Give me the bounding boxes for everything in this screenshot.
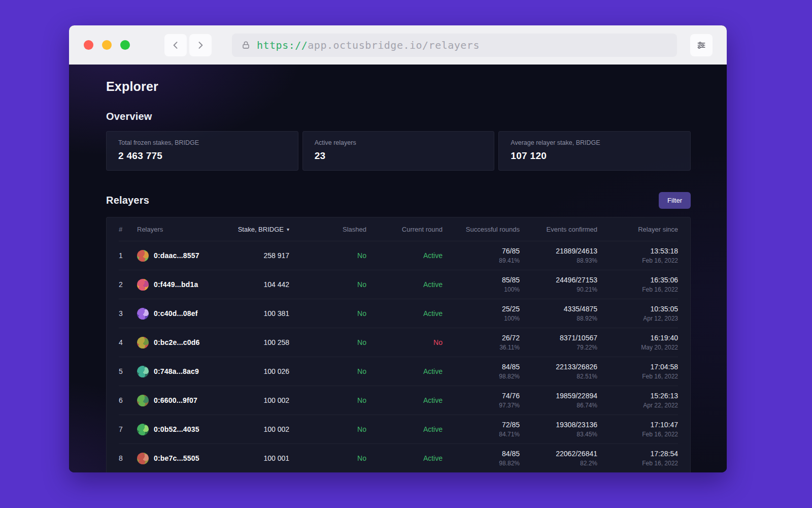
relayer-avatar xyxy=(137,395,149,406)
slashed-value: No xyxy=(357,396,366,404)
slashed-cell: No xyxy=(289,309,366,318)
relayer-since-cell: 15:26:13 Apr 22, 2022 xyxy=(597,392,678,409)
events-confirmed-cell: 22062/26841 82.2% xyxy=(520,450,597,467)
url-scheme: https:// xyxy=(257,39,308,51)
successful-rounds-value: 85/85 xyxy=(443,276,520,284)
successful-rounds-percent: 98.82% xyxy=(443,460,520,467)
relayer-address[interactable]: 0:748a...8ac9 xyxy=(154,367,199,375)
relayer-address[interactable]: 0:c40d...08ef xyxy=(154,309,198,318)
slashed-value: No xyxy=(357,367,366,375)
slashed-cell: No xyxy=(289,367,366,376)
relayer-avatar xyxy=(137,250,149,262)
row-index: 2 xyxy=(119,280,137,289)
relayer-cell[interactable]: 0:f449...bd1a xyxy=(137,279,228,291)
events-confirmed-value: 19308/23136 xyxy=(520,421,597,429)
column-header-relayers: Relayers xyxy=(137,226,228,233)
relayer-since-date: Feb 16, 2022 xyxy=(597,373,678,380)
table-row[interactable]: 8 0:be7c...5505 100 001 No Active 84/85 … xyxy=(119,443,678,472)
column-header-successful-rounds: Successful rounds xyxy=(443,226,520,233)
relayer-address[interactable]: 0:bc2e...c0d6 xyxy=(154,338,200,346)
relayer-address[interactable]: 0:f449...bd1a xyxy=(154,280,198,289)
successful-rounds-percent: 98.82% xyxy=(443,373,520,380)
relayer-avatar xyxy=(137,279,149,291)
url-bar[interactable]: https://app.octusbridge.io/relayers xyxy=(232,34,677,57)
relayer-address[interactable]: 0:be7c...5505 xyxy=(154,454,199,462)
successful-rounds-cell: 74/76 97.37% xyxy=(443,392,520,409)
table-row[interactable]: 6 0:6600...9f07 100 002 No Active 74/76 … xyxy=(119,386,678,415)
slashed-value: No xyxy=(357,454,366,462)
relayer-since-cell: 17:28:54 Feb 16, 2022 xyxy=(597,450,678,467)
stake-cell: 104 442 xyxy=(228,280,289,289)
relayer-cell[interactable]: 0:0b52...4035 xyxy=(137,424,228,435)
events-confirmed-value: 21889/24613 xyxy=(520,247,597,255)
close-window-button[interactable] xyxy=(84,40,93,50)
slashed-cell: No xyxy=(289,454,366,463)
slashed-cell: No xyxy=(289,280,366,289)
table-row[interactable]: 3 0:c40d...08ef 100 381 No Active 25/25 … xyxy=(119,299,678,328)
forward-button[interactable] xyxy=(189,34,212,56)
relayer-avatar xyxy=(137,424,149,435)
current-round-cell: Active xyxy=(366,251,443,260)
relayers-section-header: Relayers Filter xyxy=(106,192,691,209)
relayer-since-date: Feb 16, 2022 xyxy=(597,460,678,467)
slashed-cell: No xyxy=(289,338,366,347)
relayer-since-cell: 17:04:58 Feb 16, 2022 xyxy=(597,363,678,380)
events-confirmed-value: 4335/4875 xyxy=(520,305,597,313)
current-round-cell: No xyxy=(366,338,443,347)
relayer-cell[interactable]: 0:be7c...5505 xyxy=(137,453,228,464)
table-row[interactable]: 5 0:748a...8ac9 100 026 No Active 84/85 … xyxy=(119,357,678,386)
maximize-window-button[interactable] xyxy=(120,40,130,50)
browser-window: https://app.octusbridge.io/relayers Expl… xyxy=(69,25,727,472)
successful-rounds-value: 74/76 xyxy=(443,392,520,400)
relayer-address[interactable]: 0:0b52...4035 xyxy=(154,425,199,433)
table-header-row: # Relayers Stake, BRIDGE▾ Slashed Curren… xyxy=(119,217,678,241)
relayer-cell[interactable]: 0:748a...8ac9 xyxy=(137,366,228,377)
relayer-since-date: Feb 16, 2022 xyxy=(597,431,678,438)
stake-cell: 100 381 xyxy=(228,309,289,318)
events-confirmed-percent: 86.74% xyxy=(520,402,597,409)
table-row[interactable]: 4 0:bc2e...c0d6 100 258 No No 26/72 36.1… xyxy=(119,328,678,357)
column-header-stake-label: Stake, BRIDGE xyxy=(238,226,284,233)
row-index: 6 xyxy=(119,396,137,404)
column-header-stake-sort[interactable]: Stake, BRIDGE▾ xyxy=(228,226,289,233)
minimize-window-button[interactable] xyxy=(102,40,112,50)
current-round-value: Active xyxy=(423,280,443,289)
relayer-cell[interactable]: 0:bc2e...c0d6 xyxy=(137,337,228,348)
current-round-value: Active xyxy=(423,396,443,404)
lock-icon xyxy=(241,40,251,50)
current-round-value: Active xyxy=(423,454,443,462)
relayer-address[interactable]: 0:6600...9f07 xyxy=(154,396,197,404)
successful-rounds-value: 84/85 xyxy=(443,450,520,458)
events-confirmed-value: 22133/26826 xyxy=(520,363,597,371)
table-row[interactable]: 1 0:daac...8557 258 917 No Active 76/85 … xyxy=(119,241,678,270)
column-header-index: # xyxy=(119,226,137,233)
relayer-since-time: 17:28:54 xyxy=(597,450,678,458)
relayer-address[interactable]: 0:daac...8557 xyxy=(154,251,199,260)
back-button[interactable] xyxy=(164,34,187,56)
events-confirmed-cell: 22133/26826 82.51% xyxy=(520,363,597,380)
stat-value: 107 120 xyxy=(511,150,679,162)
events-confirmed-value: 19859/22894 xyxy=(520,392,597,400)
current-round-cell: Active xyxy=(366,396,443,405)
table-row[interactable]: 7 0:0b52...4035 100 002 No Active 72/85 … xyxy=(119,415,678,443)
stat-label: Active relayers xyxy=(315,139,483,146)
events-confirmed-value: 22062/26841 xyxy=(520,450,597,458)
relayer-cell[interactable]: 0:daac...8557 xyxy=(137,250,228,262)
relayer-cell[interactable]: 0:6600...9f07 xyxy=(137,395,228,406)
slashed-cell: No xyxy=(289,396,366,405)
browser-settings-button[interactable] xyxy=(690,34,713,56)
events-confirmed-percent: 88.93% xyxy=(520,257,597,264)
successful-rounds-cell: 25/25 100% xyxy=(443,305,520,322)
current-round-cell: Active xyxy=(366,367,443,376)
slashed-value: No xyxy=(357,425,366,433)
table-row[interactable]: 2 0:f449...bd1a 104 442 No Active 85/85 … xyxy=(119,270,678,299)
current-round-cell: Active xyxy=(366,309,443,318)
successful-rounds-cell: 84/85 98.82% xyxy=(443,450,520,467)
successful-rounds-value: 84/85 xyxy=(443,363,520,371)
row-index: 5 xyxy=(119,367,137,375)
filter-button[interactable]: Filter xyxy=(659,192,691,209)
relayer-since-time: 17:10:47 xyxy=(597,421,678,429)
relayers-heading: Relayers xyxy=(106,195,149,206)
tune-sliders-icon xyxy=(696,40,706,50)
relayer-cell[interactable]: 0:c40d...08ef xyxy=(137,308,228,320)
